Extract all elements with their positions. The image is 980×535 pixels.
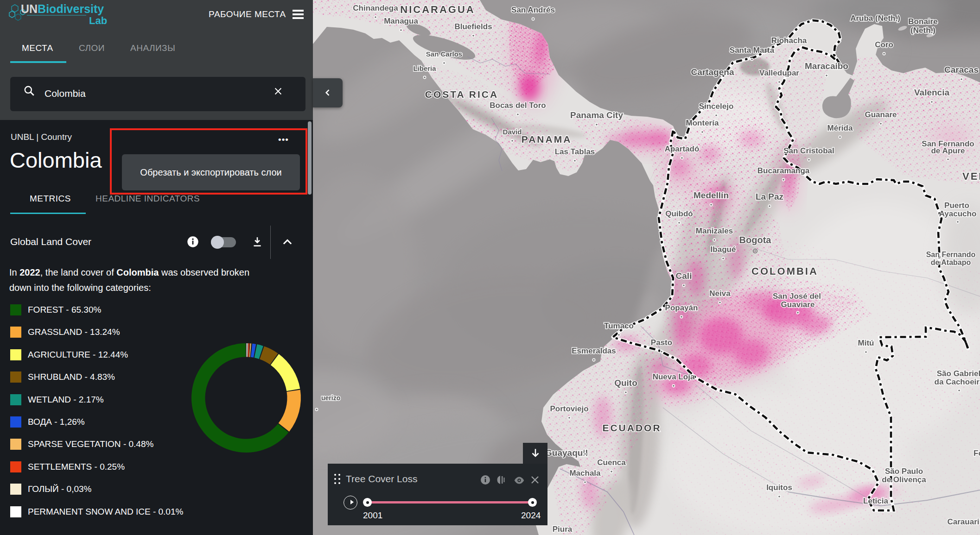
svg-text:Bluefields: Bluefields	[454, 22, 492, 31]
svg-text:Lab: Lab	[89, 15, 107, 26]
svg-text:Maracaibo: Maracaibo	[805, 61, 848, 71]
svg-text:uerizo: uerizo	[321, 394, 340, 402]
svg-text:NICARAGUA: NICARAGUA	[400, 4, 475, 15]
svg-text:Cuenca: Cuenca	[597, 458, 626, 467]
svg-text:Mitú: Mitú	[858, 339, 874, 347]
svg-text:Nueva Loja: Nueva Loja	[653, 372, 695, 381]
svg-text:Montería: Montería	[686, 119, 719, 127]
svg-text:Neiva: Neiva	[709, 289, 731, 298]
svg-text:Valencia: Valencia	[914, 88, 949, 97]
svg-text:Portoviejo: Portoviejo	[550, 404, 588, 413]
svg-text:UNBiodiversity: UNBiodiversity	[21, 2, 104, 15]
svg-text:Carauari: Carauari	[948, 517, 980, 526]
svg-text:Esmeraldas: Esmeraldas	[572, 346, 616, 355]
svg-text:Apartadó: Apartadó	[665, 145, 700, 153]
svg-text:Piura: Piura	[553, 525, 573, 534]
svg-text:Managua: Managua	[384, 17, 418, 25]
svg-text:COSTA RICA: COSTA RICA	[425, 89, 498, 100]
svg-text:Popayán: Popayán	[665, 303, 698, 312]
svg-text:Bocas del Toro: Bocas del Toro	[490, 101, 546, 110]
svg-text:San Fernando: San Fernando	[926, 251, 976, 258]
svg-text:Fo: Fo	[974, 449, 980, 458]
svg-text:Bonaire: Bonaire	[908, 17, 937, 26]
svg-text:Guaviare: Guaviare	[781, 300, 815, 309]
svg-text:São Paulo: São Paulo	[885, 467, 923, 476]
svg-text:Liberia: Liberia	[413, 64, 436, 72]
svg-text:Cali: Cali	[676, 271, 692, 281]
svg-text:Santa Marta: Santa Marta	[730, 46, 775, 55]
svg-text:São Gabriel: São Gabriel	[937, 369, 980, 378]
svg-text:Coro: Coro	[875, 40, 893, 49]
svg-text:(Neth.): (Neth.)	[910, 26, 935, 35]
svg-text:Bogota: Bogota	[739, 235, 772, 245]
svg-text:Leticia: Leticia	[863, 497, 888, 505]
svg-text:Iquitos: Iquitos	[766, 483, 792, 492]
svg-text:David: David	[503, 128, 522, 136]
svg-text:Ibagué: Ibagué	[711, 245, 736, 254]
svg-text:Mérida: Mérida	[827, 124, 853, 132]
svg-text:Cartagena: Cartagena	[691, 67, 734, 77]
svg-text:Guanare: Guanare	[865, 110, 897, 119]
svg-text:Las Tablas: Las Tablas	[555, 147, 595, 156]
svg-text:Medellín: Medellín	[694, 190, 729, 200]
svg-text:San José del: San José del	[773, 292, 821, 301]
svg-text:de Olivença: de Olivença	[882, 475, 926, 484]
svg-text:Pasto: Pasto	[651, 338, 672, 347]
svg-text:Tumaco: Tumaco	[604, 321, 634, 330]
svg-text:PANAMA: PANAMA	[522, 134, 572, 145]
svg-text:Guayaquil: Guayaquil	[545, 448, 588, 458]
svg-text:Caracas: Caracas	[944, 65, 979, 75]
svg-text:San Carlos: San Carlos	[426, 50, 462, 58]
svg-text:Machala: Machala	[569, 469, 601, 478]
svg-text:Ayacucho: Ayacucho	[939, 209, 977, 218]
svg-text:Manizales: Manizales	[696, 227, 733, 235]
svg-text:Riohacha: Riohacha	[771, 36, 807, 45]
svg-text:Sincelejo: Sincelejo	[699, 102, 734, 111]
svg-text:da Cachoeira: da Cachoeira	[935, 378, 980, 386]
svg-text:Quibdó: Quibdó	[665, 209, 693, 218]
svg-text:Quito: Quito	[614, 378, 637, 388]
svg-text:Valledupar: Valledupar	[759, 69, 799, 77]
svg-text:Chinandega: Chinandega	[353, 4, 398, 13]
svg-text:VENE: VENE	[962, 170, 980, 182]
svg-text:San Andrés: San Andrés	[511, 6, 555, 14]
svg-text:Puerto: Puerto	[944, 201, 969, 210]
svg-text:Bucaramanga: Bucaramanga	[757, 166, 810, 175]
svg-text:de Apure: de Apure	[931, 146, 965, 155]
svg-text:de Atabapo: de Atabapo	[931, 258, 971, 266]
svg-text:ECUADOR: ECUADOR	[602, 422, 661, 433]
svg-text:COLOMBIA: COLOMBIA	[751, 265, 818, 277]
svg-text:Panama City: Panama City	[570, 110, 623, 120]
svg-text:Aruba (Neth.): Aruba (Neth.)	[850, 14, 900, 23]
svg-text:San Cristobal: San Cristobal	[783, 146, 834, 155]
svg-text:La Paz: La Paz	[756, 192, 783, 201]
